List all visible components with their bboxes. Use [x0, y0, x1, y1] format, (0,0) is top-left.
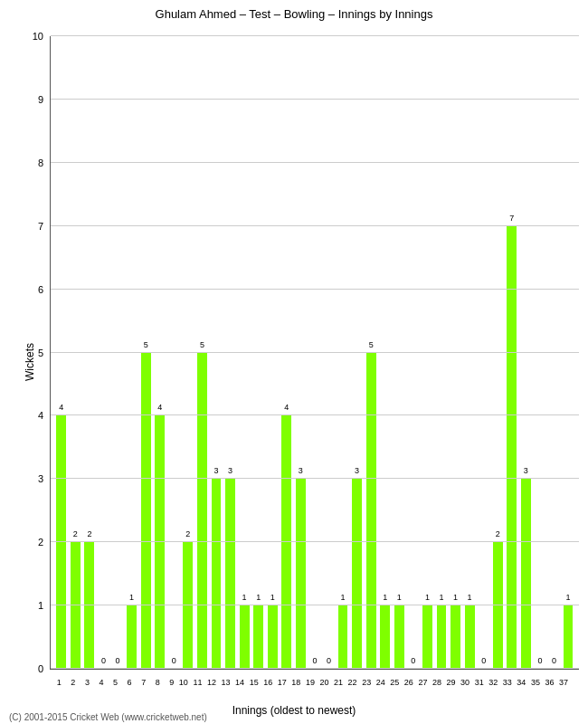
bar-group-22: 322: [350, 36, 365, 669]
x-tick-26: 26: [404, 678, 413, 687]
x-tick-20: 20: [319, 678, 328, 687]
bar-group-26: 026: [406, 36, 421, 669]
bar-28: 1: [437, 605, 447, 669]
bar-label-13: 3: [225, 466, 235, 475]
bar-label-30: 1: [465, 593, 475, 602]
bar-label-21: 1: [338, 593, 348, 602]
y-tick-8: 8: [16, 157, 43, 168]
bar-7: 5: [141, 353, 151, 670]
bar-group-4: 04: [97, 36, 111, 669]
bar-24: 1: [380, 605, 390, 669]
gridline-7: [51, 225, 579, 226]
x-tick-1: 1: [57, 678, 62, 687]
bar-group-9: 09: [167, 36, 182, 669]
x-tick-31: 31: [475, 678, 484, 687]
x-tick-5: 5: [113, 678, 118, 687]
bar-label-22: 3: [352, 466, 362, 475]
bar-group-13: 313: [223, 36, 238, 669]
gridline-9: [51, 99, 579, 100]
bar-37: 1: [564, 605, 574, 669]
y-tick-7: 7: [16, 221, 43, 232]
y-tick-2: 2: [16, 537, 43, 548]
x-tick-8: 8: [156, 678, 160, 687]
bar-label-25: 1: [394, 593, 404, 602]
bar-group-14: 114: [237, 36, 251, 669]
bar-label-28: 1: [437, 593, 447, 602]
bar-group-17: 417: [280, 36, 294, 669]
bar-label-12: 3: [212, 466, 222, 475]
bar-22: 3: [352, 479, 362, 669]
x-tick-23: 23: [362, 678, 371, 687]
gridline-6: [51, 289, 579, 290]
bar-group-16: 116: [265, 36, 280, 669]
bar-group-11: 511: [195, 36, 210, 669]
bar-group-23: 523: [364, 36, 378, 669]
bar-label-5: 0: [113, 656, 123, 665]
bar-34: 3: [521, 479, 531, 669]
gridline-0: [51, 668, 579, 669]
bar-label-4: 0: [99, 656, 109, 665]
bar-group-2: 22: [69, 36, 83, 669]
bar-label-35: 0: [535, 656, 545, 665]
bar-21: 1: [338, 605, 348, 669]
gridline-5: [51, 352, 579, 353]
bar-group-3: 23: [82, 36, 97, 669]
y-tick-0: 0: [16, 663, 43, 674]
copyright: (C) 2001-2015 Cricket Web (www.cricketwe…: [9, 712, 207, 722]
bar-30: 1: [465, 605, 475, 669]
bar-15: 1: [253, 605, 263, 669]
x-tick-2: 2: [71, 678, 75, 687]
bar-6: 1: [127, 605, 137, 669]
y-tick-4: 4: [16, 410, 43, 421]
bar-label-33: 7: [507, 214, 517, 223]
bar-label-7: 5: [141, 340, 151, 349]
bar-group-29: 129: [449, 36, 463, 669]
bar-group-19: 019: [308, 36, 322, 669]
bars-wrapper: 4122230405165748092105113123131141151164…: [51, 36, 579, 669]
y-tick-6: 6: [16, 284, 43, 295]
x-tick-17: 17: [278, 678, 287, 687]
bar-label-11: 5: [197, 340, 207, 349]
bar-27: 1: [422, 605, 432, 669]
x-tick-29: 29: [447, 678, 456, 687]
bar-group-25: 125: [393, 36, 407, 669]
y-tick-10: 10: [16, 31, 43, 42]
bar-group-21: 121: [336, 36, 350, 669]
x-tick-6: 6: [128, 678, 132, 687]
bar-12: 3: [212, 479, 222, 669]
x-tick-18: 18: [291, 678, 300, 687]
bar-33: 7: [507, 226, 517, 669]
y-tick-1: 1: [16, 600, 43, 611]
chart-title: Ghulam Ahmed – Test – Bowling – Innings …: [0, 7, 588, 21]
x-tick-36: 36: [545, 678, 554, 687]
bar-label-19: 0: [309, 656, 319, 665]
x-tick-33: 33: [503, 678, 512, 687]
gridline-1: [51, 605, 579, 605]
x-tick-27: 27: [418, 678, 427, 687]
y-tick-5: 5: [16, 348, 43, 358]
bar-group-6: 16: [125, 36, 139, 669]
bar-11: 5: [197, 353, 207, 670]
x-tick-24: 24: [376, 678, 385, 687]
bar-group-37: 137: [561, 36, 575, 669]
gridline-10: [51, 35, 579, 36]
bar-group-36: 036: [547, 36, 562, 669]
bar-label-20: 0: [324, 656, 334, 665]
bar-label-34: 3: [521, 466, 531, 475]
bar-14: 1: [240, 605, 250, 669]
bar-group-34: 334: [519, 36, 534, 669]
x-tick-15: 15: [250, 678, 259, 687]
bar-label-18: 3: [296, 466, 306, 475]
x-tick-32: 32: [488, 678, 498, 687]
bar-label-1: 4: [56, 403, 66, 412]
bar-label-32: 2: [493, 529, 503, 538]
bar-29: 1: [450, 605, 460, 669]
x-tick-12: 12: [207, 678, 216, 687]
x-tick-35: 35: [531, 678, 540, 687]
bar-label-31: 0: [479, 656, 488, 665]
bar-label-8: 4: [155, 403, 165, 412]
bar-group-32: 232: [490, 36, 505, 669]
x-tick-13: 13: [222, 678, 231, 687]
bar-13: 3: [225, 479, 235, 669]
bar-1: 4: [56, 415, 66, 669]
